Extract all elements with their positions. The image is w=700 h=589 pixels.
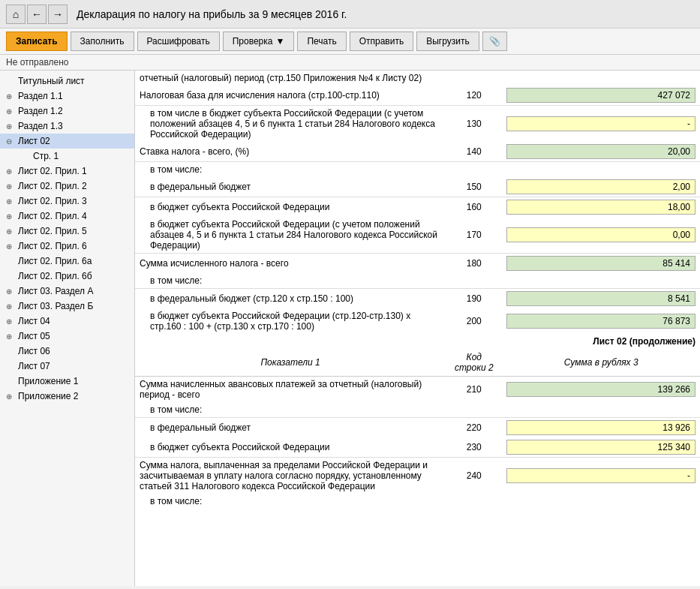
- value-display[interactable]: 76 873: [506, 314, 695, 329]
- table-row: Ставка налога - всего, (%)14020,00: [135, 142, 700, 162]
- expand-icon: ⊕: [6, 392, 15, 401]
- row-description: в том числе:: [135, 273, 446, 289]
- row-value-cell: 2,00: [502, 177, 700, 197]
- forward-button[interactable]: →: [48, 5, 68, 24]
- sidebar-item-label: Лист 04: [18, 316, 50, 326]
- sidebar-item-10[interactable]: ⊕Лист 02. Прил. 5: [0, 224, 134, 239]
- content-area: отчетный (налоговый) период (стр.150 При…: [135, 71, 700, 586]
- sidebar-item-13[interactable]: Лист 02. Прил. 6б: [0, 269, 134, 284]
- sidebar-item-3[interactable]: ⊕Раздел 1.3: [0, 119, 134, 134]
- table-row: в бюджет субъекта Российской Федерации (…: [135, 217, 700, 254]
- table-row: отчетный (налоговый) период (стр.150 При…: [135, 71, 700, 86]
- expand-icon: ⊕: [6, 302, 15, 311]
- sidebar-item-11[interactable]: ⊕Лист 02. Прил. 6: [0, 239, 134, 254]
- page-title: Декларация по налогу на прибыль за 9 мес…: [77, 8, 347, 20]
- value-display[interactable]: 0,00: [506, 227, 695, 242]
- row-description: в том числе:: [135, 494, 446, 509]
- sidebar-item-17[interactable]: ⊕Лист 05: [0, 329, 134, 344]
- export-button[interactable]: Выгрузить: [416, 32, 479, 51]
- expand-icon: ⊕: [6, 212, 15, 221]
- row-code: 120: [446, 86, 502, 106]
- sidebar-item-label: Стр. 1: [33, 151, 59, 161]
- row-value-cell: [502, 71, 700, 86]
- row-value-cell: -: [502, 106, 700, 143]
- row-value-cell: 18,00: [502, 197, 700, 218]
- expand-icon: ⊕: [6, 227, 15, 236]
- row-description: в федеральный бюджет: [135, 177, 446, 197]
- sidebar-item-7[interactable]: ⊕Лист 02. Прил. 2: [0, 179, 134, 194]
- table-row: в том числе:: [135, 162, 700, 178]
- send-button[interactable]: Отправить: [350, 32, 414, 51]
- fill-button[interactable]: Заполнить: [71, 32, 134, 51]
- sidebar-item-21[interactable]: ⊕Приложение 2: [0, 389, 134, 404]
- status-text: Не отправлено: [6, 57, 69, 68]
- row-description: в том числе в бюджет субъекта Российской…: [135, 106, 446, 143]
- value-display[interactable]: 18,00: [506, 200, 695, 215]
- sidebar-item-16[interactable]: ⊕Лист 04: [0, 314, 134, 329]
- sidebar-item-label: Лист 02. Прил. 3: [18, 196, 87, 206]
- row-description: в бюджет субъекта Российской Федерации: [135, 437, 446, 458]
- value-display[interactable]: -: [506, 468, 695, 483]
- row-value-cell: 0,00: [502, 217, 700, 254]
- sidebar-item-12[interactable]: Лист 02. Прил. 6а: [0, 254, 134, 269]
- value-display[interactable]: 13 926: [506, 420, 695, 435]
- sidebar-item-20[interactable]: Приложение 1: [0, 374, 134, 389]
- value-display[interactable]: 125 340: [506, 440, 695, 455]
- continuation-header: Лист 02 (продолжение): [135, 334, 700, 349]
- value-display[interactable]: -: [506, 116, 695, 131]
- sidebar-item-label: Титульный лист: [18, 76, 85, 86]
- row-value-cell: 139 266: [502, 377, 700, 403]
- sidebar-item-5[interactable]: Стр. 1: [0, 149, 134, 164]
- print-button[interactable]: Печать: [297, 32, 346, 51]
- row-code: 180: [446, 254, 502, 274]
- sidebar-item-18[interactable]: Лист 06: [0, 344, 134, 359]
- table-row: в бюджет субъекта Российской Федерации23…: [135, 437, 700, 458]
- value-display[interactable]: 85 414: [506, 256, 695, 271]
- sidebar-item-4[interactable]: ⊖Лист 02: [0, 134, 134, 149]
- toolbar: Записать Заполнить Расшифровать Проверка…: [0, 29, 700, 55]
- attachment-button[interactable]: 📎: [482, 32, 507, 51]
- sidebar-item-19[interactable]: Лист 07: [0, 359, 134, 374]
- table-row: Налоговая база для исчисления налога (ст…: [135, 86, 700, 106]
- sidebar-item-9[interactable]: ⊕Лист 02. Прил. 4: [0, 209, 134, 224]
- decode-button[interactable]: Расшифровать: [137, 32, 220, 51]
- row-code: 200: [446, 308, 502, 334]
- value-display[interactable]: 427 072: [506, 88, 695, 103]
- sidebar-item-0[interactable]: Титульный лист: [0, 74, 134, 89]
- row-value-cell: 13 926: [502, 418, 700, 438]
- row-code: [446, 71, 502, 86]
- row-value-cell: -: [502, 458, 700, 494]
- value-display[interactable]: 20,00: [506, 144, 695, 159]
- value-display[interactable]: 139 266: [506, 382, 695, 397]
- sidebar-item-15[interactable]: ⊕Лист 03. Раздел Б: [0, 299, 134, 314]
- main-layout: Титульный лист⊕Раздел 1.1⊕Раздел 1.2⊕Раз…: [0, 71, 700, 586]
- sidebar-item-8[interactable]: ⊕Лист 02. Прил. 3: [0, 194, 134, 209]
- sidebar-item-label: Лист 03. Раздел А: [18, 286, 93, 296]
- write-button[interactable]: Записать: [6, 32, 68, 51]
- row-value-cell: 427 072: [502, 86, 700, 106]
- col-header-2: Код строки 2: [446, 349, 502, 377]
- sidebar-item-label: Лист 02. Прил. 6б: [18, 271, 92, 281]
- sidebar-item-14[interactable]: ⊕Лист 03. Раздел А: [0, 284, 134, 299]
- col-header-3: Сумма в рублях 3: [502, 349, 700, 377]
- back-button[interactable]: ←: [27, 5, 47, 24]
- value-display[interactable]: 8 541: [506, 291, 695, 306]
- row-code: 160: [446, 197, 502, 218]
- sidebar-item-label: Лист 02. Прил. 5: [18, 226, 87, 236]
- sidebar-item-6[interactable]: ⊕Лист 02. Прил. 1: [0, 164, 134, 179]
- row-value-cell: 20,00: [502, 142, 700, 162]
- expand-icon: ⊕: [6, 242, 15, 251]
- value-display[interactable]: 2,00: [506, 179, 695, 194]
- check-button[interactable]: Проверка ▼: [223, 32, 295, 51]
- row-value-cell: 8 541: [502, 289, 700, 309]
- top-bar: ⌂ ← → Декларация по налогу на прибыль за…: [0, 0, 700, 29]
- table-row: в том числе в бюджет субъекта Российской…: [135, 106, 700, 143]
- sidebar-item-label: Приложение 1: [18, 376, 78, 386]
- sidebar-item-label: Лист 07: [18, 361, 50, 371]
- row-value-cell: [502, 162, 700, 178]
- home-button[interactable]: ⌂: [6, 5, 26, 24]
- row-code: 230: [446, 437, 502, 458]
- sidebar-item-1[interactable]: ⊕Раздел 1.1: [0, 89, 134, 104]
- sidebar: Титульный лист⊕Раздел 1.1⊕Раздел 1.2⊕Раз…: [0, 71, 135, 586]
- sidebar-item-2[interactable]: ⊕Раздел 1.2: [0, 104, 134, 119]
